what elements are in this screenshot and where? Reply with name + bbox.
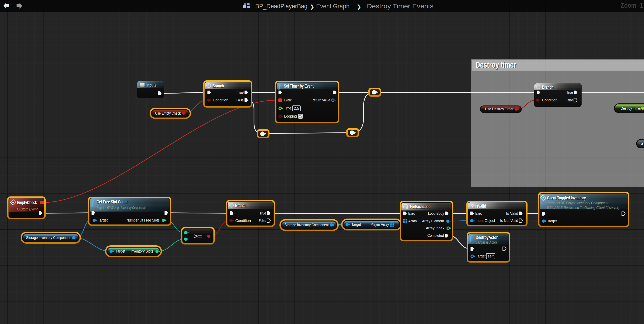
svg-text:Destroy Timer: Destroy Timer <box>621 106 641 111</box>
svg-text:Target: Target <box>476 254 486 258</box>
svg-text:Number Of Free Slots: Number Of Free Slots <box>126 218 160 222</box>
svg-text:DestroyActor: DestroyActor <box>476 235 498 240</box>
svg-text:Target is Actor: Target is Actor <box>476 240 498 244</box>
svg-text:Condition: Condition <box>542 98 558 102</box>
svg-text:Use Destroy Timer: Use Destroy Timer <box>485 107 514 111</box>
svg-text:Target: Target <box>547 219 557 223</box>
svg-text:Inventory Slots: Inventory Slots <box>130 249 153 253</box>
svg-text:Target is BP Storage Inventory: Target is BP Storage Inventory Component <box>96 206 146 210</box>
svg-text:Time: Time <box>284 106 291 110</box>
svg-text:Array Index: Array Index <box>426 226 444 230</box>
svg-text:Return Value: Return Value <box>312 98 330 102</box>
svg-text:Destroy Timer Events: Destroy Timer Events <box>367 3 434 10</box>
svg-text:Custom Event: Custom Event <box>17 207 38 211</box>
svg-text:Event: Event <box>284 98 292 102</box>
svg-text:Input Object: Input Object <box>476 218 495 223</box>
svg-text:Completed: Completed <box>427 233 444 238</box>
svg-text:Array Element: Array Element <box>422 219 444 223</box>
svg-text:Condition: Condition <box>235 218 251 223</box>
svg-text:Target: Target <box>116 249 126 253</box>
svg-text:Branch: Branch <box>235 203 246 208</box>
svg-text:self: self <box>488 254 494 258</box>
svg-text:❯: ❯ <box>357 4 361 10</box>
svg-text:Target: Target <box>352 222 361 227</box>
svg-text:Looping: Looping <box>284 114 297 118</box>
svg-text:Loop Body: Loop Body <box>428 211 444 216</box>
svg-text:BP_DeadPlayerBag: BP_DeadPlayerBag <box>255 3 308 10</box>
svg-text:Array: Array <box>408 219 417 223</box>
svg-text:Inputs: Inputs <box>146 82 156 88</box>
svg-text:❯: ❯ <box>310 4 314 10</box>
svg-text:Exec: Exec <box>475 211 482 216</box>
svg-text:Target is BP Player Inventory: Target is BP Player Inventory Component <box>547 201 608 205</box>
svg-text:RELIABLE Replicated To Owning: RELIABLE Replicated To Owning Client (if… <box>547 206 620 210</box>
svg-text:True: True <box>566 90 573 95</box>
svg-text:False: False <box>566 98 573 102</box>
svg-text:False: False <box>236 98 244 102</box>
svg-text:ForEachLoop: ForEachLoop <box>410 204 430 209</box>
svg-text:Storage Inventory Component: Storage Inventory Component <box>26 235 70 240</box>
svg-text:Event Graph: Event Graph <box>316 3 350 10</box>
svg-text:Exec: Exec <box>408 211 415 216</box>
svg-text:Player Array: Player Array <box>370 222 389 227</box>
svg-text:Client Toggled Inventory: Client Toggled Inventory <box>547 195 586 201</box>
svg-text:IsValid: IsValid <box>475 204 486 209</box>
svg-text:2.5: 2.5 <box>294 106 299 111</box>
svg-text:Is Not Valid: Is Not Valid <box>500 218 518 223</box>
svg-text:Get Free Slot Count: Get Free Slot Count <box>96 199 128 205</box>
svg-text:?: ? <box>471 203 474 210</box>
svg-text:Condition: Condition <box>213 98 228 102</box>
svg-text:Zoom -1: Zoom -1 <box>621 2 643 9</box>
svg-text:Set Timer by Event: Set Timer by Event <box>284 83 314 89</box>
svg-text:Use Empty Check: Use Empty Check <box>155 111 181 115</box>
svg-text:True: True <box>260 211 266 215</box>
svg-text:False: False <box>259 218 266 223</box>
svg-text:True: True <box>237 90 244 95</box>
svg-text:Branch: Branch <box>542 84 554 90</box>
svg-text:Is Valid: Is Valid <box>506 211 518 216</box>
svg-text:EmptyCheck: EmptyCheck <box>17 200 37 205</box>
svg-text:Destroy timer: Destroy timer <box>476 60 516 69</box>
svg-text:>=: >= <box>194 232 202 240</box>
svg-text:Storage Inventory Component: Storage Inventory Component <box>284 223 329 227</box>
svg-text:Branch: Branch <box>212 83 224 88</box>
svg-text:Target: Target <box>98 218 108 222</box>
svg-text:St: St <box>639 142 643 146</box>
